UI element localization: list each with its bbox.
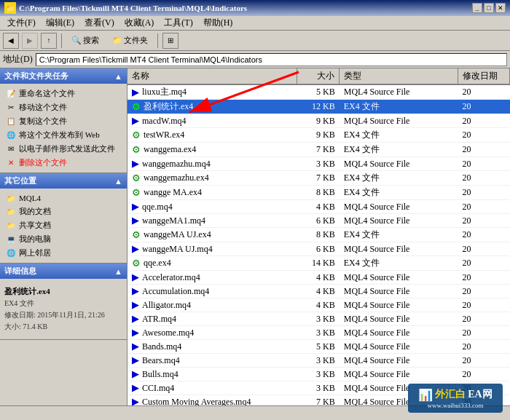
mq4-icon: ▶ [132, 158, 139, 170]
file-name-cell: ▶Accumulation.mq4 [128, 285, 297, 298]
file-type-cell: MQL4 Source File [340, 285, 458, 298]
close-button[interactable]: ✕ [495, 3, 506, 13]
watermark-brand: 📊 外汇白 EA网 [418, 388, 492, 402]
table-row[interactable]: ▶Alligator.mq44 KBMQL4 Source File20 [128, 298, 510, 312]
file-name-cell: ▶Bulls.mq4 [128, 368, 297, 381]
search-button[interactable]: 🔍 搜索 [66, 33, 104, 48]
table-row[interactable]: ▶wanggeMA UJ.mq46 KBMQL4 Source File20 [128, 242, 510, 256]
task-delete[interactable]: ✕ 删除这个文件 [0, 156, 127, 170]
file-date-cell: 20 [458, 242, 510, 256]
address-input[interactable] [36, 53, 507, 66]
places-header[interactable]: 其它位置 ▲ [0, 173, 127, 189]
file-date-cell: 20 [458, 340, 510, 354]
file-size-cell: 7 KB [297, 143, 340, 157]
file-date-cell: 20 [458, 200, 510, 214]
task-web[interactable]: 🌐 将这个文件发布到 Web [0, 128, 127, 142]
file-name-cell: ⚙wanggeMA UJ.ex4 [128, 228, 297, 242]
tasks-header[interactable]: 文件和文件夹任务 ▲ [0, 68, 127, 84]
file-type-cell: MQL4 Source File [340, 242, 458, 256]
details-header[interactable]: 详细信息 ▲ [0, 264, 127, 279]
file-type-cell: MQL4 Source File [340, 368, 458, 381]
task-rename[interactable]: 📝 重命名这个文件 [0, 87, 127, 100]
forward-button[interactable]: ▶ [22, 33, 38, 49]
ex4-icon: ⚙ [132, 130, 141, 141]
file-table: 名称 大小 类型 修改日期 ▶liuxu主.mq45 KBMQL4 Source… [128, 68, 510, 405]
place-shared[interactable]: 📁 共享文档 [0, 218, 127, 232]
menu-tools[interactable]: 工具(T) [160, 16, 197, 30]
col-name[interactable]: 名称 [128, 68, 297, 84]
file-date-cell: 20 [458, 186, 510, 200]
col-type[interactable]: 类型 [340, 68, 458, 84]
place-mydocs[interactable]: 📁 我的文档 [0, 205, 127, 218]
file-type-cell: MQL4 Source File [340, 114, 458, 128]
col-size[interactable]: 大小 [297, 68, 340, 84]
table-row[interactable]: ▶Bulls.mq43 KBMQL4 Source File20 [128, 368, 510, 381]
task-move[interactable]: ✂ 移动这个文件 [0, 100, 127, 114]
table-row[interactable]: ▶Bears.mq43 KBMQL4 Source File20 [128, 354, 510, 368]
file-date-cell: 20 [458, 114, 510, 128]
tasks-section: 文件和文件夹任务 ▲ 📝 重命名这个文件 ✂ 移动这个文件 📋 复制这个文件 [0, 68, 127, 173]
table-row[interactable]: ⚙wanggema.ex47 KBEX4 文件20 [128, 143, 510, 157]
minimize-button[interactable]: _ [472, 3, 482, 13]
maximize-button[interactable]: □ [484, 3, 494, 13]
up-button[interactable]: ↑ [41, 33, 57, 49]
file-name-cell: ⚙wangge MA.ex4 [128, 186, 297, 200]
table-row[interactable]: ▶macdW.mq49 KBMQL4 Source File20 [128, 114, 510, 128]
table-row[interactable]: ▶qqe.mq44 KBMQL4 Source File20 [128, 200, 510, 214]
view-button[interactable]: ⊞ [162, 33, 178, 49]
file-date-cell: 20 [458, 271, 510, 285]
menu-edit[interactable]: 编辑(E) [42, 16, 79, 30]
toolbar-sep-2 [157, 33, 158, 48]
places-section: 其它位置 ▲ 📁 MQL4 📁 我的文档 📁 共享文档 [0, 173, 127, 264]
file-size-cell: 3 KB [297, 157, 340, 171]
back-button[interactable]: ◀ [3, 33, 19, 49]
task-email[interactable]: ✉ 以电子邮件形式发送此文件 [0, 142, 127, 156]
file-date-cell: 20 [458, 368, 510, 381]
table-row[interactable]: ⚙盈利统计.ex412 KBEX4 文件20 [128, 100, 510, 114]
file-size-cell: 5 KB [297, 84, 340, 100]
menu-help[interactable]: 帮助(H) [199, 16, 238, 30]
file-size-cell: 4 KB [297, 285, 340, 298]
table-row[interactable]: ⚙testWR.ex49 KBEX4 文件20 [128, 128, 510, 143]
rename-icon: 📝 [6, 89, 16, 99]
left-panel: 文件和文件夹任务 ▲ 📝 重命名这个文件 ✂ 移动这个文件 📋 复制这个文件 [0, 68, 128, 405]
table-row[interactable]: ⚙wanggeMA UJ.ex48 KBEX4 文件20 [128, 228, 510, 242]
mq4-icon: ▶ [132, 285, 139, 297]
file-size-cell: 9 KB [297, 114, 340, 128]
file-size-cell: 12 KB [297, 100, 340, 114]
place-mycomputer[interactable]: 💻 我的电脑 [0, 232, 127, 246]
file-date-cell: 20 [458, 256, 510, 271]
menu-view[interactable]: 查看(V) [80, 16, 119, 30]
menu-file[interactable]: 文件(F) [3, 16, 40, 30]
table-row[interactable]: ⚙wangge MA.ex48 KBEX4 文件20 [128, 186, 510, 200]
address-bar: 地址(D) [0, 51, 510, 68]
table-row[interactable]: ⚙qqe.ex414 KBEX4 文件20 [128, 256, 510, 271]
network-icon: 🌐 [6, 248, 16, 258]
table-row[interactable]: ▶ATR.mq43 KBMQL4 Source File20 [128, 312, 510, 326]
place-mql4[interactable]: 📁 MQL4 [0, 191, 127, 205]
table-row[interactable]: ▶Accelerator.mq44 KBMQL4 Source File20 [128, 271, 510, 285]
file-name-cell: ▶CCI.mq4 [128, 381, 297, 395]
file-type-cell: EX4 文件 [340, 171, 458, 186]
folder-button[interactable]: 📁 文件夹 [107, 33, 153, 48]
place-network[interactable]: 🌐 网上邻居 [0, 246, 127, 260]
table-row[interactable]: ▶wanggeMA1.mq46 KBMQL4 Source File20 [128, 214, 510, 228]
menu-favorites[interactable]: 收藏(A) [120, 16, 159, 30]
main-content: 文件和文件夹任务 ▲ 📝 重命名这个文件 ✂ 移动这个文件 📋 复制这个文件 [0, 68, 510, 405]
file-date-cell: 20 [458, 128, 510, 143]
table-row[interactable]: ▶wanggemazhu.mq43 KBMQL4 Source File20 [128, 157, 510, 171]
table-row[interactable]: ▶Bands.mq45 KBMQL4 Source File20 [128, 340, 510, 354]
task-copy[interactable]: 📋 复制这个文件 [0, 114, 127, 128]
search-icon: 🔍 [71, 36, 82, 45]
table-row[interactable]: ▶liuxu主.mq45 KBMQL4 Source File20 [128, 84, 510, 100]
file-name-cell: ⚙qqe.ex4 [128, 256, 297, 271]
toolbar: ◀ ▶ ↑ 🔍 搜索 📁 文件夹 ⊞ [0, 31, 510, 51]
col-date[interactable]: 修改日期 [458, 68, 510, 84]
file-date-cell: 20 [458, 84, 510, 100]
table-row[interactable]: ▶Accumulation.mq44 KBMQL4 Source File20 [128, 285, 510, 298]
table-row[interactable]: ▶Awesome.mq43 KBMQL4 Source File20 [128, 326, 510, 340]
table-row[interactable]: ⚙wanggemazhu.ex47 KBEX4 文件20 [128, 171, 510, 186]
mq4-icon: ▶ [132, 354, 139, 366]
file-size-cell: 5 KB [297, 340, 340, 354]
file-name-cell: ⚙wanggemazhu.ex4 [128, 171, 297, 186]
